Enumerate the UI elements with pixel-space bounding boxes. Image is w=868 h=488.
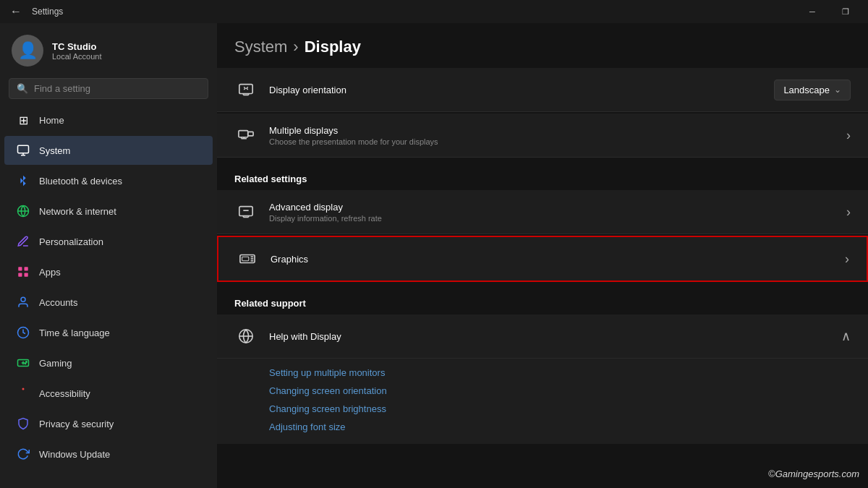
- landscape-value: Landscape: [783, 85, 830, 95]
- breadcrumb-current: Display: [305, 38, 361, 56]
- gaming-icon: [16, 356, 30, 370]
- titlebar: ← Settings ─ ❐: [0, 0, 868, 23]
- svg-rect-15: [239, 131, 248, 137]
- advanced-display-content: Advanced display Display information, re…: [269, 202, 846, 223]
- breadcrumb-system[interactable]: System: [234, 38, 287, 56]
- bluetooth-icon: [16, 174, 30, 188]
- back-button[interactable]: ←: [6, 1, 26, 22]
- svg-rect-16: [248, 132, 253, 136]
- sidebar-label-gaming: Gaming: [39, 358, 72, 369]
- time-icon: [16, 325, 30, 340]
- chevron-up-icon: ∧: [841, 329, 851, 343]
- system-icon: [16, 143, 30, 158]
- advanced-display-title: Advanced display: [269, 202, 846, 213]
- sidebar-label-network: Network & internet: [39, 206, 116, 217]
- sidebar-item-accessibility[interactable]: Accessibility: [4, 379, 213, 408]
- help-link-1[interactable]: Changing screen orientation: [269, 385, 851, 396]
- help-link-2[interactable]: Changing screen brightness: [269, 403, 851, 414]
- graphics-content: Graphics: [271, 254, 845, 265]
- chevron-right-icon: ›: [846, 128, 851, 143]
- svg-rect-5: [25, 273, 28, 277]
- network-icon: [16, 204, 30, 218]
- restore-button[interactable]: ❐: [829, 0, 862, 23]
- display-orientation-title: Display orientation: [269, 85, 774, 95]
- multiple-displays-chevron: ›: [846, 128, 851, 143]
- svg-rect-4: [18, 273, 22, 277]
- help-display-header[interactable]: Help with Display ∧: [217, 314, 868, 359]
- main-layout: 👤 TC Studio Local Account 🔍 ⊞ Home Syste…: [0, 23, 868, 488]
- multiple-displays-content: Multiple displays Choose the presentatio…: [269, 125, 846, 146]
- sidebar-item-home[interactable]: ⊞ Home: [4, 106, 213, 134]
- sidebar-label-accessibility: Accessibility: [39, 388, 90, 399]
- advanced-display-subtitle: Display information, refresh rate: [269, 214, 846, 223]
- user-role: Local Account: [52, 52, 102, 61]
- sidebar-item-apps[interactable]: Apps: [4, 257, 213, 286]
- accounts-icon: [16, 295, 30, 309]
- home-icon: ⊞: [16, 113, 30, 127]
- graphics-icon: [236, 247, 259, 270]
- multiple-displays-subtitle: Choose the presentation mode for your di…: [269, 137, 846, 146]
- search-input[interactable]: [34, 83, 200, 94]
- sidebar-label-home: Home: [39, 115, 64, 126]
- sidebar-item-personalization[interactable]: Personalization: [4, 227, 213, 256]
- sidebar-item-time[interactable]: Time & language: [4, 318, 213, 347]
- sidebar-label-personalization: Personalization: [39, 236, 103, 247]
- sidebar-item-privacy[interactable]: Privacy & security: [4, 409, 213, 438]
- advanced-display-chevron: ›: [846, 205, 851, 220]
- sidebar-item-system[interactable]: System: [4, 136, 213, 165]
- advanced-display-icon: [234, 200, 258, 223]
- sidebar-item-update[interactable]: Windows Update: [4, 440, 213, 468]
- chevron-down-icon: ⌄: [834, 85, 841, 95]
- sidebar-label-update: Windows Update: [39, 449, 110, 460]
- multiple-displays-icon: [234, 124, 258, 147]
- minimize-button[interactable]: ─: [796, 0, 829, 23]
- svg-point-13: [22, 388, 25, 390]
- help-display-chevron: ∧: [841, 328, 851, 344]
- personalization-icon: [16, 234, 30, 249]
- related-settings-header: Related settings: [217, 159, 868, 190]
- avatar-icon: 👤: [18, 41, 38, 60]
- display-orientation-row[interactable]: Display orientation Landscape ⌄: [217, 68, 868, 112]
- update-icon: [16, 447, 30, 461]
- graphics-row[interactable]: Graphics ›: [217, 236, 868, 282]
- search-icon: 🔍: [17, 83, 28, 94]
- sidebar-item-network[interactable]: Network & internet: [4, 197, 213, 226]
- sidebar-label-time: Time & language: [39, 328, 110, 338]
- titlebar-controls: ─ ❐: [796, 0, 862, 23]
- graphics-chevron: ›: [845, 252, 849, 267]
- sidebar-label-apps: Apps: [39, 267, 61, 278]
- chevron-right-icon-adv: ›: [846, 205, 851, 220]
- multiple-displays-row[interactable]: Multiple displays Choose the presentatio…: [217, 114, 868, 158]
- user-name: TC Studio: [52, 41, 102, 52]
- privacy-icon: [16, 416, 30, 431]
- advanced-display-row[interactable]: Advanced display Display information, re…: [217, 190, 868, 234]
- chevron-right-icon-gfx: ›: [845, 252, 849, 267]
- sidebar-label-system: System: [39, 145, 70, 156]
- svg-point-12: [25, 363, 26, 364]
- sidebar-item-accounts[interactable]: Accounts: [4, 288, 213, 317]
- multiple-displays-title: Multiple displays: [269, 125, 846, 136]
- user-info: TC Studio Local Account: [52, 41, 102, 61]
- landscape-dropdown[interactable]: Landscape ⌄: [774, 80, 851, 100]
- titlebar-title: Settings: [32, 7, 63, 17]
- svg-rect-3: [25, 267, 28, 270]
- titlebar-left: ← Settings: [6, 1, 63, 22]
- watermark: ©Gamingesports.com: [768, 468, 859, 479]
- accessibility-icon: [16, 386, 30, 401]
- graphics-title: Graphics: [271, 254, 845, 265]
- sidebar-label-privacy: Privacy & security: [39, 419, 114, 429]
- svg-rect-0: [18, 145, 29, 153]
- sidebar-label-accounts: Accounts: [39, 297, 77, 308]
- sidebar-item-gaming[interactable]: Gaming: [4, 348, 213, 377]
- help-display-icon: [234, 325, 258, 348]
- help-display-title: Help with Display: [269, 331, 841, 342]
- breadcrumb-separator: ›: [293, 38, 298, 56]
- sidebar-item-bluetooth[interactable]: Bluetooth & devices: [4, 166, 213, 195]
- related-support-header: Related support: [217, 283, 868, 314]
- user-profile: 👤 TC Studio Local Account: [0, 23, 217, 75]
- svg-point-6: [21, 297, 25, 301]
- sidebar: 👤 TC Studio Local Account 🔍 ⊞ Home Syste…: [0, 23, 217, 488]
- help-link-0[interactable]: Setting up multiple monitors: [269, 367, 851, 378]
- help-link-3[interactable]: Adjusting font size: [269, 421, 851, 432]
- search-bar[interactable]: 🔍: [9, 78, 208, 99]
